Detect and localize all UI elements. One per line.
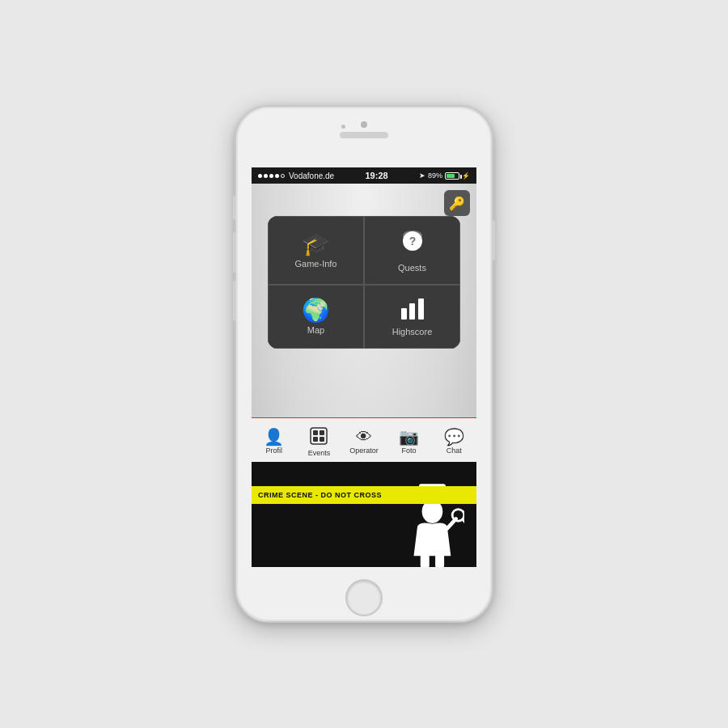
signal-dot-3 <box>269 174 273 178</box>
map-icon: 🌍 <box>302 299 330 322</box>
operator-icon: 👁 <box>356 429 372 445</box>
signal-dot-2 <box>264 174 268 178</box>
svg-rect-4 <box>418 298 424 320</box>
status-bar: Vodafone.de 19:28 ➤ 89% ⚡ <box>252 167 476 184</box>
foto-icon: 📷 <box>399 429 419 445</box>
key-button[interactable]: 🔑 <box>444 190 470 216</box>
tab-profil[interactable]: 👤 Profil <box>252 429 297 455</box>
operator-label: Operator <box>349 447 379 455</box>
profil-label: Profil <box>266 447 283 455</box>
signal-dot-1 <box>258 174 262 178</box>
tab-events[interactable]: Events <box>297 427 342 457</box>
game-info-label: Game-Info <box>295 259 337 269</box>
svg-rect-16 <box>435 554 444 567</box>
speaker <box>340 132 388 138</box>
bottom-bezel <box>236 567 492 628</box>
grid-menu: 🎓 Game-Info ? Quests <box>268 216 460 349</box>
svg-rect-15 <box>421 554 430 567</box>
status-left: Vodafone.de <box>258 171 334 180</box>
grid-row-bottom: 🌍 Map Highscore <box>268 285 460 349</box>
svg-rect-2 <box>401 308 407 320</box>
battery-fill <box>447 174 455 178</box>
grid-cell-quests[interactable]: ? Quests <box>364 216 460 285</box>
svg-rect-3 <box>409 303 415 320</box>
highscore-icon <box>400 297 425 324</box>
highscore-label: Highscore <box>392 327 433 336</box>
app-content: 🔑 🎓 Game-Info ? <box>252 184 476 567</box>
quests-label: Quests <box>398 263 426 273</box>
svg-rect-9 <box>320 437 324 442</box>
tab-chat[interactable]: 💬 Chat <box>431 429 476 455</box>
quests-icon: ? <box>399 228 426 260</box>
signal-dot-4 <box>275 174 279 178</box>
charging-icon: ⚡ <box>462 172 470 180</box>
signal-strength <box>258 174 285 178</box>
svg-rect-6 <box>313 430 318 435</box>
detective-silhouette <box>404 462 468 567</box>
top-bezel <box>236 107 492 167</box>
events-label: Events <box>308 449 331 457</box>
tab-foto[interactable]: 📷 Foto <box>387 429 432 455</box>
grid-cell-map[interactable]: 🌍 Map <box>268 285 364 349</box>
game-info-icon: 🎓 <box>302 233 330 256</box>
status-time: 19:28 <box>366 171 388 180</box>
carrier-name: Vodafone.de <box>289 171 334 180</box>
camera <box>361 121 367 128</box>
volume-down-button[interactable] <box>233 281 236 321</box>
profil-icon: 👤 <box>264 429 284 445</box>
svg-rect-7 <box>320 430 324 435</box>
tab-operator[interactable]: 👁 Operator <box>341 429 387 455</box>
phone-shell: Vodafone.de 19:28 ➤ 89% ⚡ 🔑 <box>235 105 493 623</box>
power-button[interactable] <box>492 220 495 260</box>
battery-icon <box>445 172 459 180</box>
crime-tape-text: CRIME SCENE - DO NOT CROSS <box>258 491 382 499</box>
mute-button[interactable] <box>233 196 236 220</box>
tab-bar: 👤 Profil Events <box>252 417 476 462</box>
signal-dot-5 <box>281 174 285 178</box>
svg-line-14 <box>463 519 464 524</box>
foto-label: Foto <box>402 447 417 455</box>
phone-screen: Vodafone.de 19:28 ➤ 89% ⚡ 🔑 <box>252 167 476 567</box>
crime-scene-banner: CRIME SCENE - DO NOT CROSS <box>252 462 476 567</box>
grid-cell-highscore[interactable]: Highscore <box>364 285 460 349</box>
chat-icon: 💬 <box>444 429 464 445</box>
key-icon: 🔑 <box>449 196 465 211</box>
svg-rect-8 <box>313 437 318 442</box>
grid-row-top: 🎓 Game-Info ? Quests <box>268 216 460 285</box>
home-button[interactable] <box>345 579 383 616</box>
grid-cell-game-info[interactable]: 🎓 Game-Info <box>268 216 364 285</box>
status-right: ➤ 89% ⚡ <box>419 171 470 180</box>
volume-up-button[interactable] <box>233 232 236 273</box>
chat-label: Chat <box>447 447 462 455</box>
crime-tape: CRIME SCENE - DO NOT CROSS <box>252 486 476 504</box>
svg-rect-5 <box>311 428 327 444</box>
map-label: Map <box>307 325 324 335</box>
battery-percent: 89% <box>428 171 442 180</box>
events-icon <box>310 427 328 447</box>
location-icon: ➤ <box>419 171 425 180</box>
sensor <box>341 125 345 129</box>
